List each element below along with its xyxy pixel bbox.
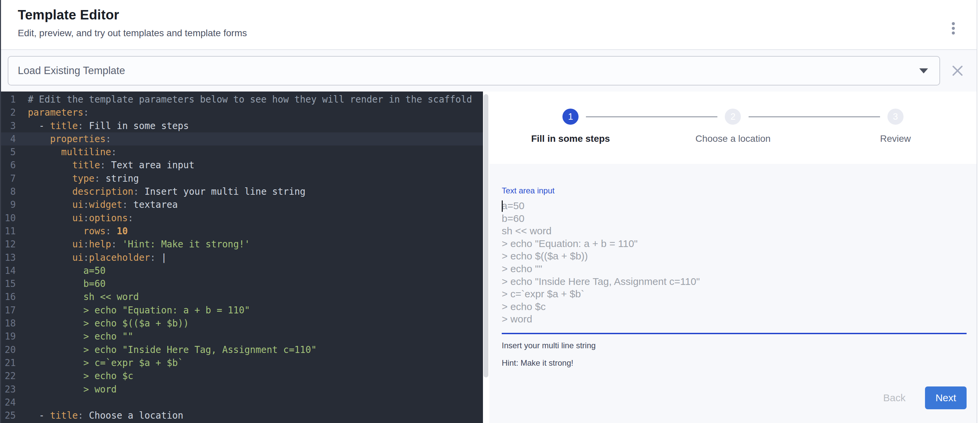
load-template-select-value: Load Existing Template bbox=[18, 65, 125, 77]
template-editor-page: Template Editor Edit, preview, and try o… bbox=[1, 0, 977, 423]
code-line[interactable]: 22 > echo $c bbox=[1, 369, 483, 382]
code-line[interactable]: 21 > c=`expr $a + $b` bbox=[1, 356, 483, 369]
kebab-dot bbox=[952, 27, 955, 30]
code-text: > word bbox=[28, 383, 483, 396]
code-line[interactable]: 8 description: Insert your multi line st… bbox=[1, 185, 483, 198]
code-text: > echo "Inside Here Tag, Assignment c=11… bbox=[28, 343, 483, 356]
code-text: # Edit the template parameters below to … bbox=[28, 93, 483, 106]
text-cursor bbox=[502, 200, 503, 212]
code-line[interactable]: 1# Edit the template parameters below to… bbox=[1, 93, 483, 106]
code-text: > c=`expr $a + $b` bbox=[28, 356, 483, 369]
preview-panel: 123 Fill in some stepsChoose a locationR… bbox=[489, 92, 977, 423]
line-number: 16 bbox=[1, 290, 28, 303]
line-number: 4 bbox=[1, 132, 28, 146]
code-text: > echo $(($a + $b)) bbox=[28, 317, 483, 330]
caret-down-icon bbox=[919, 68, 928, 73]
code-line[interactable]: 4 properties: bbox=[1, 132, 483, 146]
line-number: 7 bbox=[1, 172, 28, 185]
step-label-column: Fill in some steps bbox=[489, 133, 652, 144]
code-text: ui:widget: textarea bbox=[28, 198, 483, 211]
field-hint: Hint: Make it strong! bbox=[502, 358, 967, 368]
field-label: Text area input bbox=[502, 186, 967, 195]
code-line[interactable]: 2parameters: bbox=[1, 106, 483, 119]
line-number: 6 bbox=[1, 158, 28, 172]
step-circle: 1 bbox=[562, 109, 579, 125]
code-text: - title: Choose a location bbox=[28, 409, 483, 422]
code-line[interactable]: 15 b=60 bbox=[1, 277, 483, 290]
code-line[interactable]: 7 type: string bbox=[1, 172, 483, 185]
kebab-dot bbox=[952, 32, 955, 35]
line-number: 5 bbox=[1, 146, 28, 158]
code-line[interactable]: 20 > echo "Inside Here Tag, Assignment c… bbox=[1, 343, 483, 356]
code-line[interactable]: 6 title: Text area input bbox=[1, 158, 483, 172]
line-number: 3 bbox=[1, 119, 28, 132]
line-number: 1 bbox=[1, 93, 28, 106]
step-label: Fill in some steps bbox=[531, 133, 610, 144]
step-icons-row: 123 bbox=[489, 109, 977, 125]
line-number: 2 bbox=[1, 106, 28, 119]
code-text: > echo "Equation: a + b = 110" bbox=[28, 304, 483, 317]
main-split: 1# Edit the template parameters below to… bbox=[1, 92, 977, 423]
line-number: 25 bbox=[1, 409, 28, 422]
code-line[interactable]: 3 - title: Fill in some steps bbox=[1, 119, 483, 132]
code-line[interactable]: 9 ui:widget: textarea bbox=[1, 198, 483, 211]
code-text: a=50 bbox=[28, 264, 483, 277]
code-line[interactable]: 19 > echo "" bbox=[1, 330, 483, 343]
field-focus-underline bbox=[502, 333, 967, 334]
header-text: Template Editor Edit, preview, and try o… bbox=[18, 5, 247, 49]
step-actions: Back Next bbox=[502, 387, 967, 409]
code-text: rows: 10 bbox=[28, 225, 483, 238]
code-text: - title: Fill in some steps bbox=[28, 119, 483, 132]
next-button[interactable]: Next bbox=[925, 387, 967, 409]
line-number: 21 bbox=[1, 356, 28, 369]
step-label: Review bbox=[880, 133, 911, 144]
code-line[interactable]: 13 ui:placeholder: | bbox=[1, 251, 483, 264]
step-connector bbox=[586, 116, 718, 117]
code-line[interactable]: 12 ui:help: 'Hint: Make it strong!' bbox=[1, 238, 483, 251]
code-editor[interactable]: 1# Edit the template parameters below to… bbox=[1, 92, 483, 423]
code-text: > echo $c bbox=[28, 369, 483, 382]
step-connector bbox=[749, 116, 880, 117]
line-number: 19 bbox=[1, 330, 28, 343]
step-circle: 3 bbox=[888, 109, 904, 125]
scrollbar-thumb[interactable] bbox=[484, 94, 488, 377]
line-number: 9 bbox=[1, 198, 28, 211]
line-number: 14 bbox=[1, 264, 28, 277]
page-subtitle: Edit, preview, and try out templates and… bbox=[18, 28, 247, 38]
field-description: Insert your multi line string bbox=[502, 341, 967, 350]
line-number: 8 bbox=[1, 185, 28, 198]
code-line[interactable]: 14 a=50 bbox=[1, 264, 483, 277]
code-line[interactable]: 23 > word bbox=[1, 383, 483, 396]
editor-scrollbar[interactable] bbox=[483, 92, 489, 423]
code-line[interactable]: 5 multiline: bbox=[1, 146, 483, 158]
code-text: ui:options: bbox=[28, 211, 483, 225]
line-number: 12 bbox=[1, 238, 28, 251]
code-line[interactable]: 16 sh << word bbox=[1, 290, 483, 303]
line-number: 23 bbox=[1, 383, 28, 396]
code-line[interactable]: 18 > echo $(($a + $b)) bbox=[1, 317, 483, 330]
step-label-column: Choose a location bbox=[652, 133, 814, 144]
step-circle: 2 bbox=[725, 109, 741, 125]
load-template-select[interactable]: Load Existing Template bbox=[8, 56, 940, 86]
code-line[interactable]: 11 rows: 10 bbox=[1, 225, 483, 238]
code-text: description: Insert your multi line stri… bbox=[28, 185, 483, 198]
code-text: b=60 bbox=[28, 277, 483, 290]
code-line[interactable]: 25 - title: Choose a location bbox=[1, 409, 483, 422]
line-number: 20 bbox=[1, 343, 28, 356]
line-number: 17 bbox=[1, 304, 28, 317]
kebab-dot bbox=[952, 22, 955, 25]
back-button[interactable]: Back bbox=[878, 389, 910, 407]
clear-template-button[interactable] bbox=[950, 63, 965, 78]
template-selector-strip: Load Existing Template bbox=[1, 50, 977, 92]
multiline-textarea[interactable] bbox=[502, 200, 967, 327]
code-line[interactable]: 17 > echo "Equation: a + b = 110" bbox=[1, 304, 483, 317]
kebab-menu-icon[interactable] bbox=[943, 15, 963, 41]
code-line[interactable]: 24 bbox=[1, 396, 483, 409]
code-text: parameters: bbox=[28, 106, 483, 119]
step-label-column: Review bbox=[814, 133, 977, 144]
page-title: Template Editor bbox=[18, 7, 247, 22]
line-number: 11 bbox=[1, 225, 28, 238]
page-header: Template Editor Edit, preview, and try o… bbox=[1, 0, 977, 50]
code-line[interactable]: 10 ui:options: bbox=[1, 211, 483, 225]
code-text: type: string bbox=[28, 172, 483, 185]
